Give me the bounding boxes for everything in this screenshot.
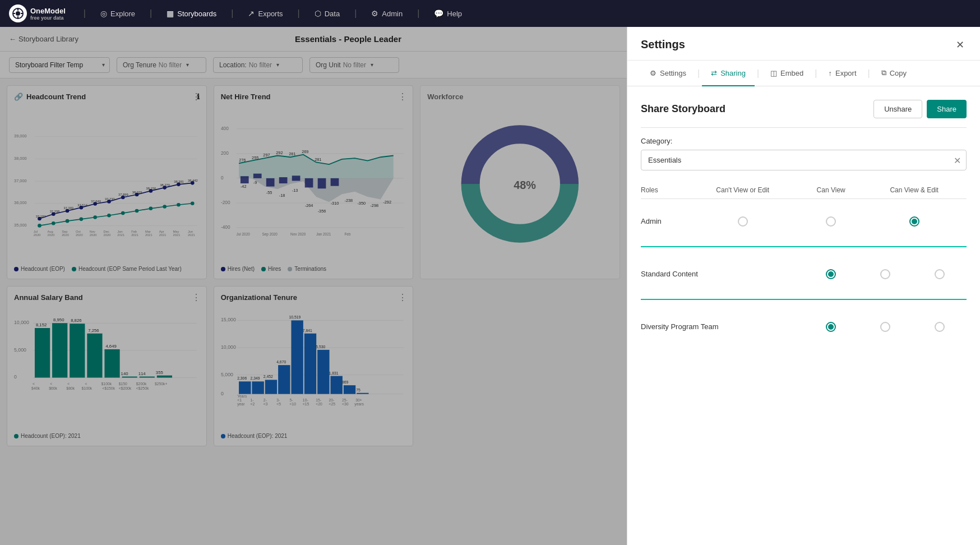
radio-admin-cant-view[interactable] [738, 216, 748, 227]
nav-divider-6: | [417, 8, 419, 19]
role-admin-can-view[interactable] [800, 199, 862, 244]
tab-export[interactable]: ↑ Export [819, 61, 865, 86]
role-standard-content-can-view-edit[interactable] [912, 252, 967, 297]
dim-overlay [0, 27, 627, 545]
category-input-wrap: ✕ [641, 150, 967, 170]
settings-tab-icon: ⚙ [650, 69, 657, 77]
main-content: ← Storyboard Library Essentials - People… [0, 27, 980, 545]
category-input[interactable] [641, 150, 967, 170]
share-storyboard-title: Share Storyboard [641, 103, 725, 115]
radio-diversity-can-view[interactable] [880, 322, 890, 332]
embed-tab-icon: ◫ [770, 69, 777, 77]
explore-icon: ◎ [100, 9, 107, 18]
tab-divider-4: | [868, 68, 870, 78]
settings-tab-label: Settings [660, 69, 686, 77]
logo-sub: free your data [30, 15, 66, 21]
col-roles: Roles [641, 182, 686, 199]
nav-admin-label: Admin [382, 10, 403, 18]
unshare-button[interactable]: Unshare [873, 100, 922, 118]
role-diversity-cant-view[interactable] [804, 304, 858, 349]
tab-divider-1: | [697, 68, 700, 78]
col-can-view-edit: Can View & Edit [862, 182, 967, 199]
category-clear-icon[interactable]: ✕ [954, 155, 961, 165]
nav-storyboards[interactable]: ▦ Storyboards [161, 6, 222, 21]
diversity-team-table: Diversity Program Team [641, 304, 967, 349]
role-admin-can-view-edit[interactable] [862, 199, 967, 244]
category-label: Category: [641, 137, 967, 145]
embed-tab-label: Embed [780, 69, 803, 77]
standard-content-divider [641, 299, 967, 300]
radio-standard-can-view[interactable] [880, 269, 890, 279]
tab-sharing[interactable]: ⇄ Sharing [702, 61, 755, 86]
svg-point-1 [16, 11, 20, 16]
settings-panel: Settings ✕ ⚙ Settings | ⇄ Sharing | ◫ Em… [627, 27, 980, 545]
export-tab-icon: ↑ [828, 69, 832, 77]
radio-diversity-can-view-edit[interactable] [935, 322, 945, 332]
nav-explore-label: Explore [110, 10, 135, 18]
radio-diversity-cant-view[interactable] [826, 322, 836, 332]
role-standard-content-name: Standard Content [641, 252, 804, 297]
tab-embed[interactable]: ◫ Embed [761, 61, 812, 86]
share-button[interactable]: Share [927, 100, 967, 118]
settings-panel-title: Settings [641, 38, 685, 60]
role-standard-content-can-view[interactable] [858, 252, 913, 297]
nav-divider-3: | [231, 8, 233, 19]
sharing-tab-icon: ⇄ [711, 69, 717, 77]
share-title-row: Share Storyboard Unshare Share [641, 100, 967, 118]
settings-tabs: ⚙ Settings | ⇄ Sharing | ◫ Embed | ↑ Exp… [627, 61, 980, 86]
nav-divider-4: | [298, 8, 300, 19]
nav-explore[interactable]: ◎ Explore [95, 6, 141, 21]
radio-standard-cant-view[interactable] [826, 269, 836, 279]
tab-divider-3: | [815, 68, 817, 78]
table-row: Diversity Program Team [641, 304, 967, 349]
help-icon: 💬 [434, 9, 443, 18]
copy-tab-icon: ⧉ [881, 68, 886, 77]
settings-header: Settings ✕ [627, 27, 980, 61]
logo-name: OneModel [30, 7, 66, 15]
storyboards-icon: ▦ [167, 9, 174, 18]
nav-exports[interactable]: ↗ Exports [242, 6, 288, 21]
sharing-tab-label: Sharing [720, 69, 746, 77]
export-tab-label: Export [835, 69, 857, 77]
data-icon: ⬡ [315, 9, 321, 18]
table-row: Admin [641, 199, 967, 244]
nav-help[interactable]: 💬 Help [428, 6, 468, 21]
share-divider [641, 127, 967, 128]
standard-content-table: Standard Content [641, 252, 967, 297]
table-row: Standard Content [641, 252, 967, 297]
role-diversity-name: Diversity Program Team [641, 304, 804, 349]
tab-divider-2: | [757, 68, 759, 78]
tab-copy[interactable]: ⧉ Copy [872, 61, 916, 86]
top-nav: OneModel free your data | ◎ Explore | ▦ … [0, 0, 980, 27]
radio-admin-can-view-edit[interactable] [909, 216, 919, 227]
role-diversity-can-view[interactable] [858, 304, 913, 349]
radio-admin-can-view[interactable] [826, 216, 836, 227]
admin-icon: ⚙ [371, 9, 378, 18]
tab-settings[interactable]: ⚙ Settings [641, 61, 695, 86]
role-diversity-can-view-edit[interactable] [912, 304, 967, 349]
admin-section-divider [641, 246, 967, 247]
nav-exports-label: Exports [258, 10, 283, 18]
nav-data[interactable]: ⬡ Data [309, 6, 345, 21]
nav-divider-2: | [150, 8, 152, 19]
share-section: Share Storyboard Unshare Share Category:… [627, 86, 980, 363]
nav-data-label: Data [325, 10, 340, 18]
logo[interactable]: OneModel free your data [9, 4, 66, 22]
nav-help-label: Help [447, 10, 462, 18]
nav-storyboards-label: Storyboards [177, 10, 216, 18]
nav-admin[interactable]: ⚙ Admin [366, 6, 408, 21]
role-admin-cant-view[interactable] [686, 199, 800, 244]
col-can-view: Can View [800, 182, 862, 199]
storyboard-panel: ← Storyboard Library Essentials - People… [0, 27, 627, 545]
settings-close-button[interactable]: ✕ [954, 36, 967, 53]
role-standard-content-cant-view[interactable] [804, 252, 858, 297]
copy-tab-label: Copy [890, 69, 907, 77]
nav-divider-5: | [354, 8, 357, 19]
col-cant-view: Can't View or Edit [686, 182, 800, 199]
roles-table: Roles Can't View or Edit Can View Can Vi… [641, 182, 967, 244]
radio-standard-can-view-edit[interactable] [935, 269, 945, 279]
role-admin-name: Admin [641, 199, 686, 244]
exports-icon: ↗ [248, 9, 255, 18]
nav-divider-1: | [84, 8, 86, 19]
logo-icon [9, 4, 27, 22]
